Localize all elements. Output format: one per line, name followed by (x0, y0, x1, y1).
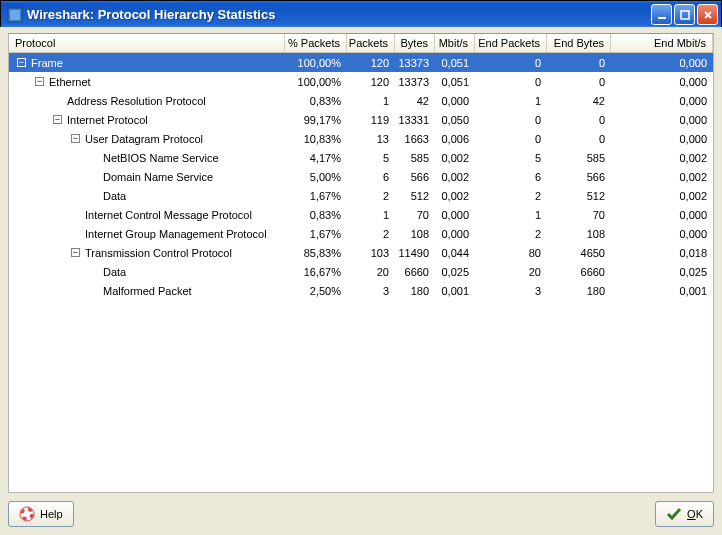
table-body[interactable]: −Frame100,00%120133730,051000,000−Ethern… (9, 53, 713, 492)
table-row[interactable]: −Transmission Control Protocol85,83%1031… (9, 243, 713, 262)
header-packets[interactable]: Packets (347, 34, 395, 52)
cell-pct: 10,83% (285, 133, 347, 145)
cell-bytes: 13373 (395, 57, 435, 69)
titlebar[interactable]: Wireshark: Protocol Hierarchy Statistics (1, 1, 721, 28)
table-row[interactable]: −Frame100,00%120133730,051000,000 (9, 53, 713, 72)
tree-toggle-icon[interactable]: − (71, 248, 80, 257)
header-end-mbit[interactable]: End Mbit/s (611, 34, 713, 52)
ok-button[interactable]: OK (655, 501, 714, 527)
cell-mbit: 0,044 (435, 247, 475, 259)
cell-bytes: 13331 (395, 114, 435, 126)
cell-mbit: 0,001 (435, 285, 475, 297)
help-button[interactable]: Help (8, 501, 74, 527)
help-icon (19, 506, 35, 522)
cell-pct: 99,17% (285, 114, 347, 126)
table-row[interactable]: Data1,67%25120,00225120,002 (9, 186, 713, 205)
cell-bytes: 1663 (395, 133, 435, 145)
cell-endpkt: 2 (475, 190, 547, 202)
tree-toggle-icon[interactable]: − (17, 58, 26, 67)
table-row[interactable]: −User Datagram Protocol10,83%1316630,006… (9, 129, 713, 148)
protocol-cell: NetBIOS Name Service (9, 152, 285, 164)
cell-endbytes: 0 (547, 57, 611, 69)
protocol-name: Malformed Packet (103, 285, 192, 297)
tree-toggle-icon[interactable]: − (71, 134, 80, 143)
header-bytes[interactable]: Bytes (395, 34, 435, 52)
header-protocol[interactable]: Protocol (9, 34, 285, 52)
cell-mbit: 0,051 (435, 76, 475, 88)
table-row[interactable]: Data16,67%2066600,0252066600,025 (9, 262, 713, 281)
cell-endmbit: 0,000 (611, 76, 713, 88)
ok-icon (666, 506, 682, 522)
header-end-packets[interactable]: End Packets (475, 34, 547, 52)
cell-endpkt: 0 (475, 57, 547, 69)
cell-pkt: 1 (347, 95, 395, 107)
protocol-name: Internet Control Message Protocol (85, 209, 252, 221)
cell-pkt: 13 (347, 133, 395, 145)
header-pct-packets[interactable]: % Packets (285, 34, 347, 52)
table-row[interactable]: Internet Group Management Protocol1,67%2… (9, 224, 713, 243)
cell-pct: 2,50% (285, 285, 347, 297)
protocol-cell: Address Resolution Protocol (9, 95, 285, 107)
cell-pkt: 6 (347, 171, 395, 183)
cell-endpkt: 2 (475, 228, 547, 240)
table-row[interactable]: NetBIOS Name Service4,17%55850,00255850,… (9, 148, 713, 167)
protocol-name: Transmission Control Protocol (85, 247, 232, 259)
maximize-button[interactable] (674, 4, 695, 25)
protocol-cell: Internet Control Message Protocol (9, 209, 285, 221)
cell-endmbit: 0,000 (611, 95, 713, 107)
svg-rect-2 (658, 17, 666, 19)
table-row[interactable]: −Internet Protocol99,17%119133310,050000… (9, 110, 713, 129)
cell-endbytes: 585 (547, 152, 611, 164)
cell-mbit: 0,006 (435, 133, 475, 145)
table-row[interactable]: Malformed Packet2,50%31800,00131800,001 (9, 281, 713, 300)
cell-endmbit: 0,002 (611, 190, 713, 202)
window-content: Protocol % Packets Packets Bytes Mbit/s … (0, 27, 722, 535)
cell-pct: 1,67% (285, 190, 347, 202)
cell-pct: 0,83% (285, 209, 347, 221)
stats-panel: Protocol % Packets Packets Bytes Mbit/s … (8, 33, 714, 493)
minimize-button[interactable] (651, 4, 672, 25)
header-mbit[interactable]: Mbit/s (435, 34, 475, 52)
cell-pkt: 1 (347, 209, 395, 221)
cell-mbit: 0,050 (435, 114, 475, 126)
cell-endbytes: 70 (547, 209, 611, 221)
cell-endpkt: 20 (475, 266, 547, 278)
close-button[interactable] (697, 4, 718, 25)
cell-endbytes: 512 (547, 190, 611, 202)
svg-point-4 (20, 507, 34, 521)
cell-bytes: 11490 (395, 247, 435, 259)
cell-endbytes: 42 (547, 95, 611, 107)
protocol-cell: −User Datagram Protocol (9, 133, 285, 145)
minimize-icon (657, 10, 667, 20)
protocol-name: Data (103, 266, 126, 278)
table-row[interactable]: −Ethernet100,00%120133730,051000,000 (9, 72, 713, 91)
header-end-bytes[interactable]: End Bytes (547, 34, 611, 52)
protocol-cell: −Ethernet (9, 76, 285, 88)
cell-bytes: 13373 (395, 76, 435, 88)
cell-endmbit: 0,000 (611, 133, 713, 145)
table-row[interactable]: Internet Control Message Protocol0,83%17… (9, 205, 713, 224)
table-header: Protocol % Packets Packets Bytes Mbit/s … (9, 34, 713, 53)
cell-bytes: 6660 (395, 266, 435, 278)
cell-pct: 100,00% (285, 76, 347, 88)
cell-pct: 85,83% (285, 247, 347, 259)
cell-endpkt: 0 (475, 76, 547, 88)
cell-bytes: 585 (395, 152, 435, 164)
protocol-name: Data (103, 190, 126, 202)
tree-toggle-icon[interactable]: − (35, 77, 44, 86)
cell-endbytes: 0 (547, 114, 611, 126)
cell-endmbit: 0,018 (611, 247, 713, 259)
protocol-cell: −Frame (9, 57, 285, 69)
protocol-name: User Datagram Protocol (85, 133, 203, 145)
table-row[interactable]: Address Resolution Protocol0,83%1420,000… (9, 91, 713, 110)
cell-endmbit: 0,000 (611, 209, 713, 221)
cell-pkt: 20 (347, 266, 395, 278)
cell-mbit: 0,051 (435, 57, 475, 69)
tree-toggle-icon[interactable]: − (53, 115, 62, 124)
cell-endmbit: 0,025 (611, 266, 713, 278)
cell-endpkt: 1 (475, 209, 547, 221)
table-row[interactable]: Domain Name Service5,00%65660,00265660,0… (9, 167, 713, 186)
cell-pkt: 103 (347, 247, 395, 259)
protocol-name: Domain Name Service (103, 171, 213, 183)
protocol-cell: Malformed Packet (9, 285, 285, 297)
